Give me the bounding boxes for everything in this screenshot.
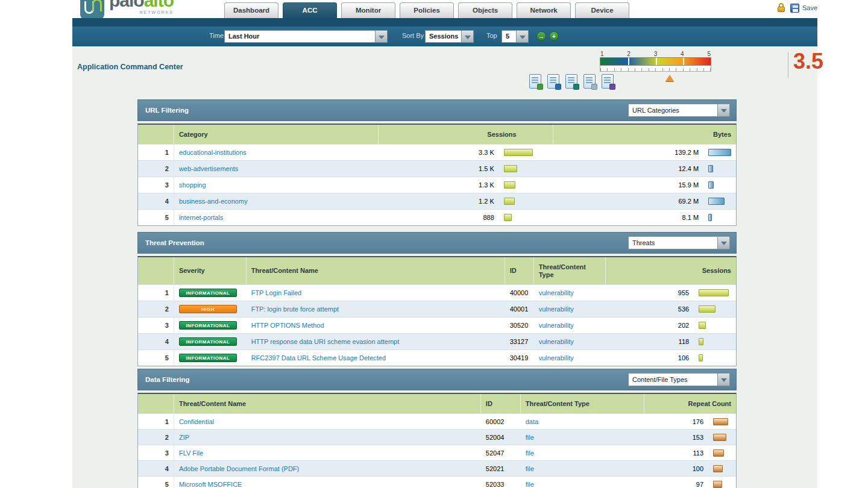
threat-table-header: Severity Threat/Content Name ID Threat/C… [138, 257, 736, 284]
threat-type-link[interactable]: vulnerability [539, 305, 574, 313]
category-link[interactable]: shopping [179, 181, 206, 189]
tab-acc[interactable]: ACC [283, 2, 337, 19]
table-row: 2 web-advertisements 1.5 K 12.4 M [138, 160, 736, 177]
paloalto-logo: paloalto NETWORKS [80, 0, 174, 19]
threat-name-link[interactable]: FTP Login Failed [251, 289, 302, 296]
sort-by-dropdown-arrow-icon[interactable] [461, 30, 474, 43]
sessions-bar [504, 198, 515, 205]
category-link[interactable]: internet-portals [179, 214, 223, 221]
content-id: 60002 [481, 414, 521, 429]
category-link[interactable]: business-and-economy [179, 198, 248, 205]
col-id[interactable]: ID [505, 257, 534, 284]
save-button[interactable]: Save [802, 4, 817, 11]
threat-type-link[interactable]: vulnerability [539, 354, 574, 361]
time-dropdown[interactable]: Last Hour [224, 30, 388, 43]
top-dropdown-value[interactable]: 5 [502, 30, 516, 43]
save-icon[interactable] [790, 4, 799, 13]
sessions-bar [504, 149, 533, 156]
time-label: Time [209, 32, 224, 39]
acc-screen: paloalto NETWORKS Dashboard ACC Monitor … [0, 0, 868, 488]
doc-export-purple-icon[interactable] [602, 74, 614, 89]
tab-network[interactable]: Network [517, 2, 571, 19]
repeat-count-value: 113 [644, 445, 708, 460]
tab-objects[interactable]: Objects [458, 2, 512, 19]
sessions-bar [699, 305, 715, 313]
url-categories-dropdown[interactable]: URL Categories [628, 104, 730, 117]
lock-icon[interactable] [777, 3, 785, 13]
threat-type-link[interactable]: vulnerability [539, 322, 574, 329]
url-categories-dropdown-arrow-icon[interactable] [717, 104, 730, 117]
content-name-link[interactable]: Confidential [179, 418, 214, 425]
top-dropdown[interactable]: 5 [502, 30, 529, 43]
bytes-value: 8.1 M [553, 210, 703, 225]
threats-dropdown[interactable]: Threats [628, 236, 730, 249]
content-name-link[interactable]: ZIP [179, 434, 189, 441]
table-row: 5 INFORMATIONAL RFC2397 Data URL Scheme … [138, 349, 736, 366]
sort-by-dropdown-value[interactable]: Sessions [425, 30, 461, 43]
content-type-link[interactable]: file [526, 465, 534, 472]
copy-docs-icon[interactable] [583, 74, 596, 89]
col-content-name[interactable]: Threat/Content Name [174, 394, 481, 413]
threat-type-link[interactable]: vulnerability [539, 338, 574, 345]
bytes-value: 69.2 M [553, 193, 703, 209]
col-sessions[interactable]: Sessions [379, 125, 553, 144]
col-repeat-count[interactable]: Repeat Count [644, 394, 736, 413]
logo-wordmark: paloalto [109, 0, 174, 10]
content-name-link[interactable]: Adobe Portable Document Format (PDF) [179, 465, 299, 472]
col-bytes[interactable]: Bytes [553, 125, 736, 144]
col-threat-name[interactable]: Threat/Content Name [247, 257, 505, 284]
doc-export-green-icon[interactable] [529, 74, 541, 89]
content-file-types-dropdown-arrow-icon[interactable] [717, 373, 730, 386]
threat-id: 40001 [505, 301, 534, 317]
repeat-count-value: 100 [644, 461, 708, 476]
tab-device[interactable]: Device [575, 2, 629, 19]
add-filter-icon[interactable]: + [549, 31, 559, 41]
table-row: 5 Microsoft MSOFFICE 52033 file 97 [138, 476, 736, 488]
threats-dropdown-arrow-icon[interactable] [717, 236, 730, 249]
time-dropdown-value[interactable]: Last Hour [224, 30, 375, 43]
content-file-types-dropdown-value[interactable]: Content/File Types [628, 373, 717, 386]
content-name-link[interactable]: FLV File [179, 449, 203, 457]
tab-monitor[interactable]: Monitor [341, 2, 395, 19]
tab-policies[interactable]: Policies [400, 2, 454, 19]
threats-dropdown-value[interactable]: Threats [628, 236, 717, 249]
tab-dashboard[interactable]: Dashboard [224, 2, 278, 19]
col-threat-type[interactable]: Threat/Content Type [534, 257, 606, 284]
url-categories-dropdown-value[interactable]: URL Categories [628, 104, 717, 117]
doc-refresh-icon[interactable] [547, 74, 559, 89]
col-content-type[interactable]: Threat/Content Type [521, 394, 645, 413]
threat-name-link[interactable]: RFC2397 Data URL Scheme Usage Detected [251, 354, 386, 361]
top-dropdown-arrow-icon[interactable] [516, 30, 529, 43]
col-sessions[interactable]: Sessions [606, 257, 736, 284]
threat-type-link[interactable]: vulnerability [539, 289, 574, 296]
data-table-header: Threat/Content Name ID Threat/Content Ty… [138, 394, 736, 413]
time-dropdown-arrow-icon[interactable] [375, 30, 388, 43]
col-category[interactable]: Category [174, 125, 379, 144]
sort-by-dropdown[interactable]: Sessions [425, 30, 474, 43]
panel-url-filtering: URL Filtering URL Categories Category Se… [137, 99, 737, 226]
content-type-link[interactable]: file [526, 449, 534, 457]
table-row: 4 Adobe Portable Document Format (PDF) 5… [138, 460, 736, 476]
category-link[interactable]: educational-institutions [179, 149, 247, 156]
filter-bar: Time Last Hour Sort By Sessions Top 5 → … [72, 27, 817, 46]
sessions-value: 1.3 K [379, 177, 499, 193]
apply-filter-icon[interactable]: → [536, 31, 546, 41]
category-link[interactable]: web-advertisements [179, 165, 238, 172]
threat-id: 40000 [505, 285, 534, 301]
bytes-bar [708, 165, 713, 172]
col-severity[interactable]: Severity [174, 257, 247, 284]
risk-pointer-icon [665, 75, 674, 81]
col-id[interactable]: ID [481, 394, 521, 413]
table-row: 1 Confidential 60002 data 176 [138, 413, 736, 429]
content-type-link[interactable]: file [526, 434, 534, 441]
doc-import-icon[interactable] [565, 74, 577, 89]
severity-badge: INFORMATIONAL [179, 289, 237, 297]
threat-name-link[interactable]: HTTP response data URI scheme evasion at… [251, 338, 400, 345]
threat-name-link[interactable]: FTP: login brute force attempt [251, 305, 339, 313]
content-file-types-dropdown[interactable]: Content/File Types [628, 373, 730, 386]
content-name-link[interactable]: Microsoft MSOFFICE [179, 481, 242, 488]
content-type-link[interactable]: file [526, 481, 534, 488]
threat-name-link[interactable]: HTTP OPTIONS Method [251, 322, 324, 329]
content-type-link[interactable]: data [526, 418, 538, 425]
sessions-value: 1.5 K [379, 161, 499, 177]
